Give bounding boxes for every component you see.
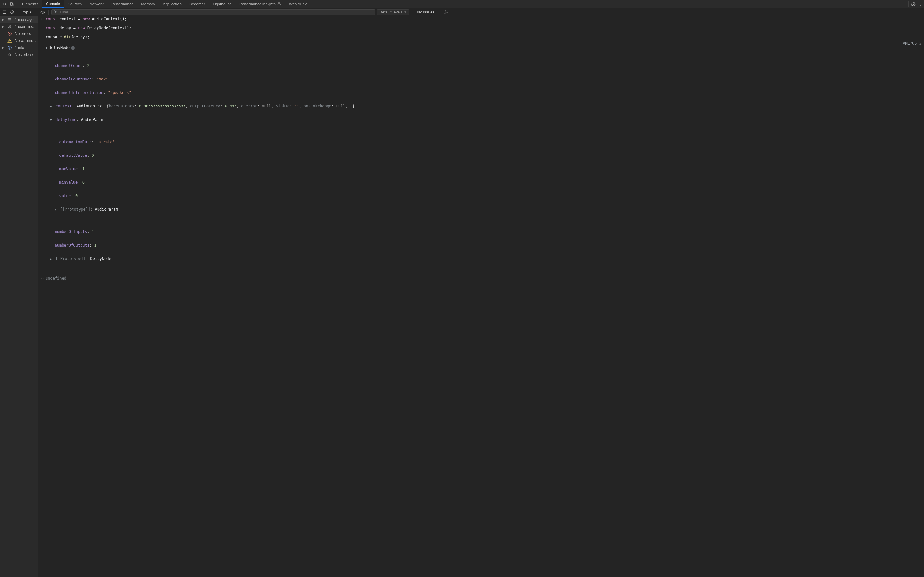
context-label: top (23, 10, 28, 15)
svg-point-21 (10, 42, 10, 42)
sidebar-item-label: 1 message (15, 17, 34, 22)
caret-right-icon[interactable]: ▶ (55, 208, 58, 211)
context-selector[interactable]: top ▼ (21, 10, 34, 15)
sidebar-item-verbose[interactable]: No verbose (0, 51, 38, 58)
info-icon (7, 45, 12, 50)
separator (18, 10, 18, 15)
warning-icon (7, 38, 12, 43)
svg-point-12 (445, 11, 446, 13)
separator (908, 1, 909, 7)
caret-right-icon[interactable]: ▶ (50, 258, 53, 261)
sidebar-item-label: No errors (15, 31, 31, 36)
tab-elements[interactable]: Elements (18, 0, 42, 8)
prompt-chevron-icon: › (41, 282, 45, 286)
separator (17, 1, 17, 7)
sidebar-item-warnings[interactable]: No warnin… (0, 37, 38, 44)
messages-icon (7, 17, 12, 22)
svg-line-32 (10, 54, 11, 55)
svg-point-16 (9, 25, 11, 27)
flask-icon (277, 1, 281, 7)
sidebar-item-label: No warnin… (15, 39, 36, 43)
svg-point-3 (913, 3, 914, 5)
tab-performance[interactable]: Performance (107, 0, 137, 8)
levels-label: Default levels (380, 10, 403, 15)
inspect-element-icon[interactable] (1, 1, 8, 8)
clear-console-icon[interactable] (9, 9, 15, 15)
caret-down-icon[interactable]: ▼ (50, 118, 53, 121)
sidebar-item-messages[interactable]: ▶ 1 message (0, 16, 38, 23)
issues-counter[interactable]: No Issues (415, 10, 437, 15)
object-tree[interactable]: ▼DelayNodei channelCount: 2 channelCount… (45, 41, 897, 274)
console-toolbar: top ▼ Default levels ▼ No Issues (0, 8, 924, 16)
tab-web-audio[interactable]: Web Audio (285, 0, 312, 8)
prompt-input[interactable] (45, 282, 921, 286)
expand-icon[interactable]: ▶ (2, 18, 5, 21)
tab-application[interactable]: Application (159, 0, 186, 8)
devtools-tabbar: Elements Console Sources Network Perform… (0, 0, 924, 8)
expand-icon[interactable]: ▶ (2, 46, 5, 49)
sidebar-item-errors[interactable]: No errors (0, 30, 38, 37)
filter-input[interactable] (60, 10, 373, 15)
chevron-down-icon: ▼ (29, 11, 32, 13)
sidebar-item-info[interactable]: ▶ 1 info (0, 44, 38, 51)
console-dir-output: ▼DelayNodei channelCount: 2 channelCount… (39, 40, 924, 276)
panel-tabs: Elements Console Sources Network Perform… (18, 0, 312, 8)
filter-icon (53, 9, 58, 15)
more-icon[interactable] (917, 1, 924, 8)
tab-memory[interactable]: Memory (137, 0, 159, 8)
result-value: undefined (45, 276, 66, 280)
svg-point-5 (920, 4, 921, 5)
separator (439, 10, 440, 15)
separator (412, 10, 412, 15)
sidebar-item-label: No verbose (15, 53, 34, 57)
console-result: ‹· undefined (39, 276, 924, 282)
console-input-echo: › const context = new AudioContext(); co… (39, 16, 924, 40)
svg-point-4 (920, 3, 921, 3)
device-toggle-icon[interactable] (8, 1, 15, 8)
error-icon (7, 31, 12, 36)
toggle-sidebar-icon[interactable] (1, 9, 8, 15)
live-expression-icon[interactable] (39, 9, 46, 15)
chevron-down-icon: ▼ (404, 11, 407, 13)
info-badge-icon[interactable]: i (71, 46, 75, 50)
separator (48, 10, 49, 15)
tab-sources[interactable]: Sources (64, 0, 86, 8)
code-block: const context = new AudioContext(); cons… (45, 17, 921, 39)
tab-lighthouse[interactable]: Lighthouse (209, 0, 236, 8)
console-sidebar: ▶ 1 message ▶ 1 user me… No errors (0, 16, 39, 577)
sidebar-item-user-messages[interactable]: ▶ 1 user me… (0, 23, 38, 30)
settings-icon[interactable] (910, 1, 917, 8)
bug-icon (7, 52, 12, 57)
source-link[interactable]: VM1705:5 (897, 41, 921, 274)
sidebar-item-label: 1 user me… (15, 24, 36, 29)
svg-line-29 (8, 56, 9, 56)
svg-rect-7 (3, 11, 6, 13)
tab-network[interactable]: Network (86, 0, 107, 8)
console-main: ▶ 1 message ▶ 1 user me… No errors (0, 16, 924, 577)
tab-recorder[interactable]: Recorder (186, 0, 209, 8)
console-settings-icon[interactable] (443, 9, 449, 15)
log-levels-selector[interactable]: Default levels ▼ (376, 9, 409, 15)
caret-down-icon[interactable]: ▼ (45, 47, 49, 50)
object-class-name: DelayNode (49, 45, 69, 50)
svg-line-31 (8, 54, 9, 55)
result-chevron-icon: ‹· (41, 276, 45, 280)
separator (37, 10, 37, 15)
expand-icon[interactable]: ▶ (2, 25, 5, 28)
console-prompt[interactable]: › (39, 282, 924, 287)
console-output[interactable]: › const context = new AudioContext(); co… (39, 16, 924, 577)
svg-point-11 (42, 11, 43, 13)
svg-point-25 (9, 54, 11, 56)
tab-console[interactable]: Console (42, 0, 64, 8)
caret-right-icon[interactable]: ▶ (50, 105, 53, 108)
svg-point-6 (920, 5, 921, 6)
svg-line-10 (11, 11, 13, 13)
tab-label: Performance insights (239, 2, 276, 6)
input-chevron-icon: › (41, 17, 45, 39)
svg-line-30 (10, 56, 11, 56)
sidebar-item-label: 1 info (15, 45, 24, 50)
filter-field[interactable] (51, 9, 375, 15)
user-icon (7, 24, 12, 29)
tab-performance-insights[interactable]: Performance insights (236, 0, 285, 8)
